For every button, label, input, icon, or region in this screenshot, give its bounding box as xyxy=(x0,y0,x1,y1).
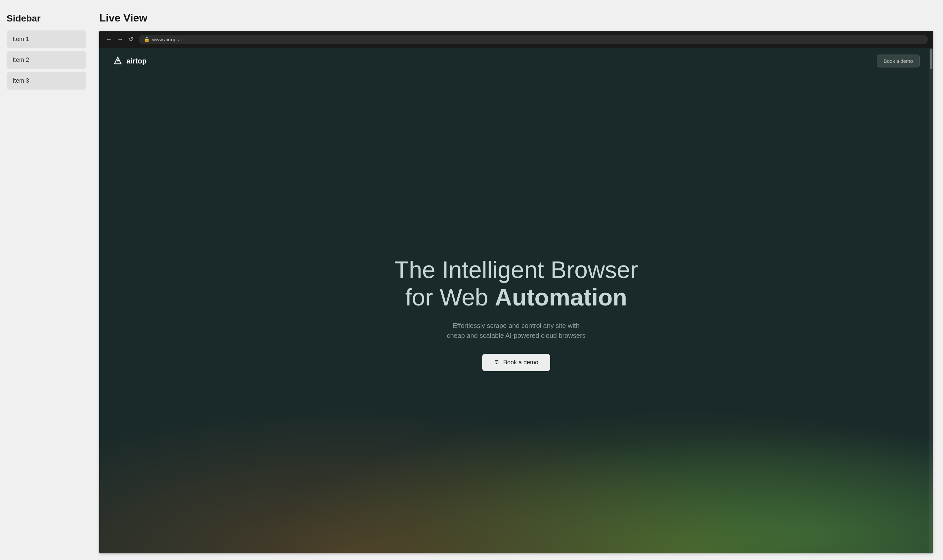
browser-content: airtop Book a demo The Intelligent Brows… xyxy=(99,48,933,553)
address-bar[interactable]: 🔒 www.airtop.ai xyxy=(139,35,928,44)
lock-icon: 🔒 xyxy=(144,37,150,42)
calendar-icon: 🗓 xyxy=(494,359,500,366)
sidebar: Sidebar Item 1 Item 2 Item 3 xyxy=(0,0,93,560)
url-text: www.airtop.ai xyxy=(152,37,182,42)
browser-nav-buttons: ← → ↺ xyxy=(105,35,135,44)
site-logo: airtop xyxy=(113,56,147,66)
sidebar-item-3[interactable]: Item 3 xyxy=(7,72,86,89)
hero-subtitle: Effortlessly scrape and control any site… xyxy=(447,321,585,340)
main-content: Live View ← → ↺ 🔒 www.airtop.ai xyxy=(93,0,943,560)
airtop-logo-icon xyxy=(113,56,123,66)
sidebar-title: Sidebar xyxy=(7,13,86,24)
browser-window: ← → ↺ 🔒 www.airtop.ai xyxy=(99,31,933,553)
sidebar-item-1[interactable]: Item 1 xyxy=(7,31,86,48)
forward-button[interactable]: → xyxy=(116,35,124,44)
hero-title: The Intelligent Browser for Web Automati… xyxy=(394,256,638,311)
back-button[interactable]: ← xyxy=(105,35,113,44)
site-hero: The Intelligent Browser for Web Automati… xyxy=(99,74,933,553)
refresh-button[interactable]: ↺ xyxy=(127,35,135,44)
page-title: Live View xyxy=(99,12,933,24)
svg-point-0 xyxy=(117,60,119,62)
site-navbar: airtop Book a demo xyxy=(99,48,933,74)
browser-scrollbar[interactable] xyxy=(929,48,933,553)
book-demo-nav-button[interactable]: Book a demo xyxy=(877,55,920,68)
browser-toolbar: ← → ↺ 🔒 www.airtop.ai xyxy=(99,31,933,48)
sidebar-item-2[interactable]: Item 2 xyxy=(7,51,86,69)
scrollbar-thumb xyxy=(930,49,932,69)
hero-cta-button[interactable]: 🗓 Book a demo xyxy=(482,354,550,371)
